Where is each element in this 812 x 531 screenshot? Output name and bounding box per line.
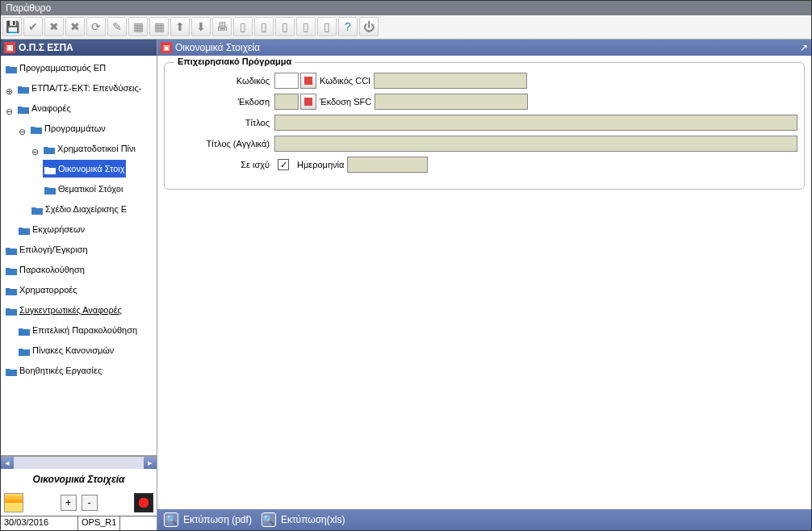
button-label: Εκτύπωση(xls) bbox=[281, 514, 345, 525]
doc-x-icon[interactable]: ✖ bbox=[44, 17, 64, 36]
tree-label: Βοηθητικές Εργασίες bbox=[19, 362, 102, 378]
folder-icon bbox=[18, 103, 29, 113]
folder-icon bbox=[6, 245, 17, 254]
scroll-left-icon[interactable]: ◂ bbox=[1, 457, 14, 469]
tree-label: Πίνακες Κανονισμών bbox=[32, 342, 114, 358]
folder-icon bbox=[19, 325, 30, 335]
doc6-icon[interactable]: ▯ bbox=[275, 17, 295, 36]
tree-item-voithitikes[interactable]: Βοηθητικές Εργασίες bbox=[4, 362, 103, 379]
folder-icon bbox=[6, 366, 17, 375]
minus-button[interactable]: - bbox=[82, 495, 98, 511]
app-icon: ▣ bbox=[4, 42, 15, 53]
lookup-icon bbox=[304, 77, 312, 85]
expand-toggle[interactable]: ⊕ bbox=[4, 83, 14, 99]
tree-item-sxedio[interactable]: Σχέδιο Διαχείρισης Ε bbox=[30, 200, 128, 218]
folder-icon bbox=[44, 144, 55, 153]
tree-item-oikonomika-selected[interactable]: Οικονομικά Στοιχ bbox=[43, 160, 126, 178]
version-input[interactable] bbox=[274, 94, 299, 110]
help-icon[interactable]: ? bbox=[338, 17, 358, 36]
doc-x2-icon[interactable]: ✖ bbox=[65, 17, 85, 36]
tree-item-thematikoi[interactable]: Θεματικοί Στόχοι bbox=[43, 180, 124, 198]
collapse-toggle[interactable]: ⊖ bbox=[30, 144, 40, 160]
label-code-cci: Κωδικός CCI bbox=[320, 76, 370, 86]
panel-restore-icon[interactable]: ↗ bbox=[800, 42, 808, 53]
scroll-right-icon[interactable]: ▸ bbox=[144, 457, 157, 469]
label-code: Κωδικός bbox=[171, 76, 274, 86]
lookup-code-button[interactable] bbox=[300, 73, 316, 89]
tree-item-programmaton[interactable]: Προγραμμάτων bbox=[29, 119, 107, 137]
tree-item-anafopes[interactable]: Αναφορές bbox=[16, 99, 73, 117]
collapse-toggle[interactable]: ⊖ bbox=[4, 103, 14, 119]
tree-item-etpa[interactable]: ΕΤΠΑ/ΤΣ-ΕΚΤ: Επενδύσεις- bbox=[16, 79, 143, 97]
window-title: Παράθυρο bbox=[6, 2, 51, 14]
tree-item-parakolouthisi[interactable]: Παρακολούθηση bbox=[4, 261, 86, 278]
doc7-icon[interactable]: ▯ bbox=[296, 17, 316, 36]
title-en-input[interactable] bbox=[274, 136, 797, 152]
active-checkbox[interactable] bbox=[278, 159, 289, 170]
window-titlebar: Παράθυρο bbox=[1, 1, 811, 15]
tool2-icon[interactable]: ▦ bbox=[149, 17, 169, 36]
tree-label: Οικονομικά Στοιχ bbox=[58, 161, 124, 177]
navigation-tree: Προγραμματισμός ΕΠ ⊕ ΕΤΠΑ/ΤΣ-ΕΚΤ: Επενδύ… bbox=[1, 56, 157, 456]
sidebar-title-text: Ο.Π.Σ ΕΣΠΑ bbox=[19, 42, 73, 53]
folder-icon bbox=[19, 224, 30, 234]
doc-edit-icon[interactable]: ✎ bbox=[107, 17, 127, 36]
code-input[interactable] bbox=[274, 73, 299, 89]
tree-label: Αναφορές bbox=[31, 100, 71, 116]
tree-label: Συγκεντρωτικές Αναφορές bbox=[19, 302, 122, 318]
toolbar: 💾 ✔ ✖ ✖ ⟳ ✎ ▦ ▦ ⬆ ⬇ 🖶 ▯ ▯ ▯ ▯ ▯ ? ⏻ bbox=[1, 15, 811, 40]
tree-item-xrimatodotikoi[interactable]: Χρηματοδοτικοί Πίνι bbox=[42, 140, 137, 157]
tree-item-pinakes[interactable]: Πίνακες Κανονισμών bbox=[17, 341, 115, 359]
sidebar: ▣ Ο.Π.Σ ΕΣΠΑ Προγραμματισμός ΕΠ ⊕ bbox=[1, 40, 157, 530]
folder-icon bbox=[19, 345, 30, 355]
sidebar-title: ▣ Ο.Π.Σ ΕΣΠΑ bbox=[1, 40, 157, 56]
check-icon[interactable]: ✔ bbox=[23, 17, 43, 36]
folder-icon bbox=[6, 305, 17, 315]
groupbox-program: Επιχειρησιακό Πρόγραμμα Κωδικός Κωδικός … bbox=[164, 62, 805, 190]
print-xls-button[interactable]: 🔍 Εκτύπωση(xls) bbox=[262, 512, 345, 527]
tree-item-ekxoriseon[interactable]: Εκχωρήσεων bbox=[17, 220, 86, 238]
magnify-icon: 🔍 bbox=[262, 512, 276, 527]
power-icon[interactable]: ⏻ bbox=[359, 17, 379, 36]
panel-icon: ▣ bbox=[161, 42, 172, 53]
tree-item-epilogi[interactable]: Επιλογή/Έγκριση bbox=[4, 240, 90, 258]
tree-label: ΕΤΠΑ/ΤΣ-ΕΚΤ: Επενδύσεις- bbox=[31, 80, 141, 96]
tree-label: Χρηματορροές bbox=[19, 282, 77, 298]
folder-icon bbox=[6, 63, 17, 73]
tree-item-epiteliki[interactable]: Επιτελική Παρακολούθηση bbox=[17, 321, 139, 339]
panel-titlebar: ▣ Οικονομικά Στοιχεία ↗ bbox=[157, 40, 811, 56]
tree-item-programmatismos[interactable]: Προγραμματισμός ΕΠ bbox=[4, 59, 107, 77]
magnify-icon: 🔍 bbox=[164, 512, 178, 527]
tree-label: Σχέδιο Διαχείρισης Ε bbox=[45, 201, 127, 217]
exit-icon[interactable] bbox=[134, 493, 153, 512]
lookup-version-button[interactable] bbox=[300, 94, 316, 110]
plus-button[interactable]: + bbox=[61, 495, 77, 511]
tree-item-xrimatorroes[interactable]: Χρηματορροές bbox=[4, 281, 79, 299]
bottom-toolbar: 🔍 Εκτύπωση (pdf) 🔍 Εκτύπωση(xls) bbox=[157, 509, 811, 530]
down-arrow-icon[interactable]: ⬇ bbox=[191, 17, 211, 36]
code-cci-input[interactable] bbox=[374, 73, 527, 89]
print-icon[interactable]: 🖶 bbox=[212, 17, 232, 36]
doc5-icon[interactable]: ▯ bbox=[254, 17, 274, 36]
doc8-icon[interactable]: ▯ bbox=[317, 17, 337, 36]
tree-item-sygkentrotikes[interactable]: Συγκεντρωτικές Αναφορές bbox=[4, 301, 123, 319]
scroll-track[interactable] bbox=[14, 457, 144, 469]
doc4-icon[interactable]: ▯ bbox=[233, 17, 253, 36]
doc-refresh-icon[interactable]: ⟳ bbox=[86, 17, 106, 36]
title-input[interactable] bbox=[274, 115, 797, 131]
tree-label: Παρακολούθηση bbox=[19, 261, 85, 278]
tool-icon[interactable]: ▦ bbox=[128, 17, 148, 36]
collapse-toggle[interactable]: ⊖ bbox=[17, 123, 27, 140]
version-sfc-input[interactable] bbox=[375, 94, 528, 110]
save-icon[interactable]: 💾 bbox=[2, 17, 22, 36]
label-active: Σε ισχύ bbox=[171, 160, 274, 169]
tree-label: Επιτελική Παρακολούθηση bbox=[32, 322, 137, 338]
print-pdf-button[interactable]: 🔍 Εκτύπωση (pdf) bbox=[164, 512, 252, 527]
horizontal-scrollbar[interactable]: ◂ ▸ bbox=[1, 456, 157, 469]
date-input[interactable] bbox=[347, 157, 428, 173]
button-label: Εκτύπωση (pdf) bbox=[183, 514, 252, 525]
up-arrow-icon[interactable]: ⬆ bbox=[170, 17, 190, 36]
status-bar: 30/03/2016 OPS_R1 bbox=[1, 516, 157, 530]
legend-icon[interactable] bbox=[4, 493, 23, 512]
status-user: OPS_R1 bbox=[78, 516, 120, 530]
